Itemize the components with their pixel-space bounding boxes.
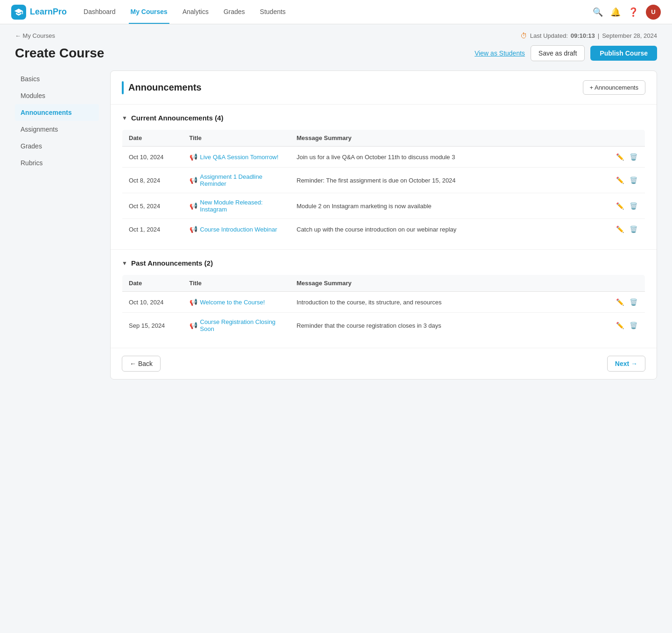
delete-button-current-2[interactable]: 🗑️	[629, 201, 638, 211]
current-announcement-link-2[interactable]: 📢 New Module Released: Instagram	[189, 199, 284, 213]
current-row-title-3: 📢 Course Introduction Webinar	[183, 219, 290, 240]
next-button[interactable]: Next →	[607, 356, 645, 372]
delete-button-current-1[interactable]: 🗑️	[629, 176, 638, 185]
help-icon[interactable]: ❓	[628, 7, 638, 17]
breadcrumb-bar: ← My Courses ⏱ Last Updated: 09:10:13 | …	[0, 24, 672, 43]
current-announcement-link-1[interactable]: 📢 Assignment 1 Deadline Reminder	[189, 173, 284, 187]
current-row-title-1: 📢 Assignment 1 Deadline Reminder	[183, 168, 290, 193]
section-title-text: Announcements	[128, 82, 202, 93]
table-row: Oct 10, 2024 📢 Welcome to the Course! In…	[122, 292, 645, 313]
breadcrumb-back-label: ← My Courses	[15, 32, 55, 39]
save-draft-button[interactable]: Save as draft	[531, 45, 585, 61]
past-announcement-icon-1: 📢	[189, 322, 197, 329]
current-announcements-section: ▼ Current Announcements (4) Date Title M…	[111, 105, 657, 250]
edit-button-past-0[interactable]: ✏️	[615, 297, 625, 307]
col-header-title-past: Title	[183, 275, 290, 292]
col-header-actions-current	[609, 130, 645, 147]
current-announcements-heading: Current Announcements (4)	[131, 114, 224, 122]
announcement-icon-0: 📢	[189, 153, 197, 161]
view-as-students-button[interactable]: View as Students	[475, 49, 525, 57]
content-panel: Announcements + Announcements ▼ Current …	[110, 70, 657, 380]
current-row-message-1: Reminder: The first assignment is due on…	[290, 168, 609, 193]
notifications-icon[interactable]: 🔔	[610, 7, 621, 17]
past-row-message-1: Reminder that the course registration cl…	[290, 313, 609, 338]
section-header: Announcements + Announcements	[111, 71, 657, 105]
current-announcement-link-3[interactable]: 📢 Course Introduction Webinar	[189, 225, 284, 233]
content-footer: ← Back Next →	[111, 348, 657, 379]
sidebar-item-announcements[interactable]: Announcements	[15, 104, 99, 121]
current-row-date-0: Oct 10, 2024	[122, 147, 183, 168]
past-row-actions-1: ✏️ 🗑️	[609, 313, 645, 338]
edit-button-current-3[interactable]: ✏️	[615, 225, 625, 234]
current-announcements-toggle[interactable]: ▼ Current Announcements (4)	[122, 114, 645, 122]
past-announcements-toggle[interactable]: ▼ Past Announcements (2)	[122, 259, 645, 267]
main-layout: Basics Modules Announcements Assignments…	[0, 70, 672, 380]
edit-button-current-0[interactable]: ✏️	[615, 152, 625, 162]
past-announcement-link-0[interactable]: 📢 Welcome to the Course!	[189, 298, 284, 306]
nav-analytics[interactable]: Analytics	[181, 0, 210, 24]
current-row-message-3: Catch up with the course introduction on…	[290, 219, 609, 240]
sidebar-item-grades[interactable]: Grades	[15, 138, 99, 155]
current-row-actions-2: ✏️ 🗑️	[609, 193, 645, 219]
section-title: Announcements	[122, 81, 202, 94]
nav-dashboard[interactable]: Dashboard	[82, 0, 118, 24]
sidebar-item-modules[interactable]: Modules	[15, 87, 99, 104]
past-announcements-section: ▼ Past Announcements (2) Date Title Mess…	[111, 250, 657, 348]
table-row: Oct 5, 2024 📢 New Module Released: Insta…	[122, 193, 645, 219]
delete-button-current-3[interactable]: 🗑️	[629, 225, 638, 234]
table-row: Sep 15, 2024 📢 Course Registration Closi…	[122, 313, 645, 338]
last-updated-separator: |	[598, 32, 599, 39]
current-row-message-0: Join us for a live Q&A on October 11th t…	[290, 147, 609, 168]
nav-actions: 🔍 🔔 ❓ U	[593, 5, 661, 20]
past-row-actions-0: ✏️ 🗑️	[609, 292, 645, 313]
logo[interactable]: LearnPro	[11, 5, 67, 20]
header-actions: View as Students Save as draft Publish C…	[475, 45, 657, 61]
publish-button[interactable]: Publish Course	[590, 46, 657, 61]
sidebar-item-assignments[interactable]: Assignments	[15, 121, 99, 138]
current-announcement-link-0[interactable]: 📢 Live Q&A Session Tomorrow!	[189, 153, 284, 161]
current-row-date-1: Oct 8, 2024	[122, 168, 183, 193]
edit-button-current-1[interactable]: ✏️	[615, 176, 625, 185]
col-header-actions-past	[609, 275, 645, 292]
announcement-icon-1: 📢	[189, 176, 197, 184]
past-announcement-icon-0: 📢	[189, 298, 197, 306]
past-row-title-1: 📢 Course Registration Closing Soon	[183, 313, 290, 338]
avatar[interactable]: U	[646, 5, 661, 20]
sidebar-item-basics[interactable]: Basics	[15, 70, 99, 87]
nav-grades[interactable]: Grades	[222, 0, 247, 24]
past-announcement-link-1[interactable]: 📢 Course Registration Closing Soon	[189, 318, 284, 332]
sidebar-item-rubrics[interactable]: Rubrics	[15, 155, 99, 171]
current-announcements-table: Date Title Message Summary Oct 10, 2024 …	[122, 129, 645, 240]
current-row-actions-1: ✏️ 🗑️	[609, 168, 645, 193]
col-header-message-past: Message Summary	[290, 275, 609, 292]
breadcrumb[interactable]: ← My Courses	[15, 32, 55, 39]
table-row: Oct 1, 2024 📢 Course Introduction Webina…	[122, 219, 645, 240]
delete-button-past-1[interactable]: 🗑️	[629, 321, 638, 330]
past-row-date-1: Sep 15, 2024	[122, 313, 183, 338]
last-updated-time: 09:10:13	[571, 32, 595, 39]
col-header-date-current: Date	[122, 130, 183, 147]
nav-students[interactable]: Students	[258, 0, 287, 24]
clock-icon: ⏱	[520, 32, 527, 40]
add-announcement-button[interactable]: + Announcements	[583, 80, 645, 95]
collapse-past-icon: ▼	[122, 260, 127, 267]
section-title-bar	[122, 81, 124, 94]
col-header-message-current: Message Summary	[290, 130, 609, 147]
last-updated-label: Last Updated:	[530, 32, 568, 39]
past-row-title-0: 📢 Welcome to the Course!	[183, 292, 290, 313]
delete-button-past-0[interactable]: 🗑️	[629, 297, 638, 307]
search-icon[interactable]: 🔍	[593, 7, 603, 17]
current-row-message-2: Module 2 on Instagram marketing is now a…	[290, 193, 609, 219]
last-updated-date: September 28, 2024	[602, 32, 657, 39]
nav-my-courses[interactable]: My Courses	[129, 0, 169, 24]
top-navigation: LearnPro Dashboard My Courses Analytics …	[0, 0, 672, 24]
back-button[interactable]: ← Back	[122, 356, 161, 372]
delete-button-current-0[interactable]: 🗑️	[629, 152, 638, 162]
col-header-title-current: Title	[183, 130, 290, 147]
sidebar: Basics Modules Announcements Assignments…	[15, 70, 99, 380]
current-row-title-0: 📢 Live Q&A Session Tomorrow!	[183, 147, 290, 168]
announcement-icon-2: 📢	[189, 202, 197, 210]
edit-button-past-1[interactable]: ✏️	[615, 321, 625, 330]
collapse-icon: ▼	[122, 115, 127, 121]
edit-button-current-2[interactable]: ✏️	[615, 201, 625, 211]
